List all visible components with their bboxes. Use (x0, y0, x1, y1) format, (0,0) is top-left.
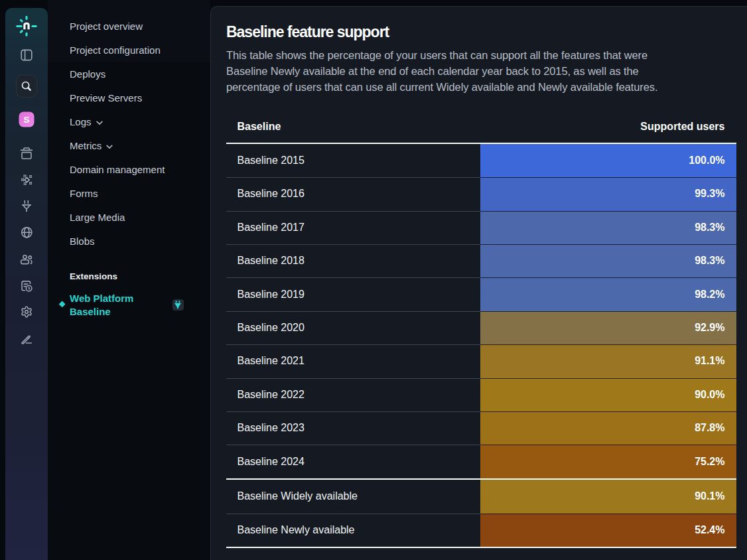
svg-text:S: S (23, 115, 29, 125)
